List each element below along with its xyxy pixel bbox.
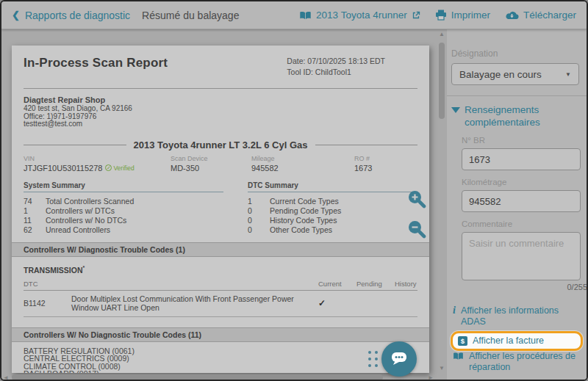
book-icon	[299, 10, 312, 21]
br-number-label: N° BR	[462, 136, 579, 145]
report-details-panel: Désignation Balayage en cours ▼ Renseign…	[447, 29, 587, 380]
comment-textarea[interactable]	[462, 232, 581, 280]
report-meta: Date: 07/10/2025 18:13 EDT Tool ID: Chil…	[287, 56, 385, 78]
system-summary: System Summary 74Total Controllers Scann…	[24, 181, 223, 235]
invoice-link-label: Afficher la facture	[473, 335, 544, 346]
report-tool-id: Tool ID: ChildTool1	[287, 67, 385, 78]
vertical-scrollbar[interactable]: ▲ ▼	[437, 31, 447, 371]
summary-row: 62Unread Controllers	[24, 225, 223, 235]
dtc-table-row: B1142 Door Multiplex Lost Communication …	[24, 291, 417, 317]
show-adas-info-link[interactable]: i Afficher les informations ADAS	[451, 303, 582, 330]
vehicle-title: 2013 Toyota 4runner LT 3.2L 6 Cyl Gas	[134, 139, 308, 150]
dtc-table: DTC Current Pending History B1142 Door M…	[24, 280, 417, 317]
dtc-code: B1142	[24, 299, 71, 308]
horizontal-scrollbar[interactable]: ◄ ►	[1, 372, 437, 381]
no-dtc-controller-list: BATTERY REGULATION (0061) CENTRAL ELECTR…	[24, 347, 417, 373]
shop-info: Diagtest Repair Shop 420 test st, San Di…	[24, 95, 417, 128]
designation-select[interactable]: Balayage en cours ▼	[451, 63, 579, 85]
summary-row: 0History Code Types	[248, 216, 417, 225]
zoom-out-button[interactable]	[407, 219, 426, 239]
divider	[447, 95, 587, 96]
additional-info-fields: N° BR Kilométrage Commentaire 0/255	[462, 136, 579, 291]
vehicle-info-row: VIN JTJGF10U530115278 ✓Verified Scan Dev…	[24, 155, 417, 173]
dtc-summary-title: DTC Summary	[248, 181, 417, 192]
mileage-input[interactable]	[462, 190, 581, 212]
repair-procedures-link-label: Afficher les procédures de réparation	[469, 351, 581, 373]
mileage-value: 945582	[251, 164, 354, 173]
mileage-field-label: Kilométrage	[462, 178, 579, 186]
designation-label: Désignation	[451, 48, 579, 59]
summary-row: 0Other Code Types	[248, 225, 417, 235]
dtc-summary: DTC Summary 1Current Code Types 0Pending…	[248, 181, 417, 235]
scroll-down-arrow[interactable]: ▼	[437, 365, 447, 371]
divider	[24, 88, 417, 89]
scan-device-value: MD-350	[171, 164, 251, 173]
summary-row: 1Current Code Types	[248, 197, 417, 206]
diagnostic-report-window: ❮ Rapports de diagnostic Résumé du balay…	[0, 0, 588, 381]
show-invoice-link[interactable]: $ Afficher la facture	[451, 331, 583, 351]
toolbar-actions: 2013 Toyota 4runner Imprimer	[299, 10, 576, 21]
chevron-left-icon: ❮	[12, 10, 20, 20]
dtc-description: Door Multiplex Lost Communication With F…	[71, 294, 312, 312]
summary-row: 74Total Controllers Scanned	[24, 197, 223, 206]
summaries: System Summary 74Total Controllers Scann…	[24, 181, 417, 235]
vertical-scroll-thumb[interactable]	[439, 43, 445, 119]
book-icon	[453, 352, 464, 361]
report-action-links: i Afficher les informations ADAS $ Affic…	[451, 303, 582, 375]
chat-bubble-icon	[390, 351, 408, 367]
back-link-label: Rapports de diagnostic	[25, 10, 130, 21]
report-date: Date: 07/10/2025 18:13 EDT	[287, 56, 385, 67]
vehicle-title-row: 2013 Toyota 4runner LT 3.2L 6 Cyl Gas	[24, 139, 417, 150]
scan-report-document: In-Process Scan Report Date: 07/10/2025 …	[12, 46, 429, 373]
scroll-right-arrow[interactable]: ►	[426, 374, 435, 381]
dtc-table-header: DTC Current Pending History	[24, 280, 417, 291]
verified-badge: ✓Verified	[105, 164, 134, 172]
adas-link-label: Afficher les informations ADAS	[461, 305, 581, 327]
scroll-left-arrow[interactable]: ◄	[1, 374, 10, 381]
comment-label: Commentaire	[462, 219, 579, 228]
download-button-label: Télécharger	[523, 10, 576, 21]
chat-button[interactable]	[381, 341, 417, 377]
system-summary-title: System Summary	[24, 181, 223, 192]
page-title: Résumé du balayage	[142, 10, 239, 21]
shop-address: 420 test st, San Diago, CA 92166	[24, 105, 417, 113]
print-button-label: Imprimer	[451, 10, 490, 21]
info-icon: i	[453, 305, 456, 316]
mileage-label: Mileage	[251, 155, 354, 162]
no-dtc-section-header: Controllers W/ No Diagnostic Trouble Cod…	[12, 327, 429, 342]
zoom-controls	[407, 189, 426, 239]
external-link-icon	[412, 11, 420, 20]
designation-value: Balayage en cours	[459, 69, 542, 80]
cloud-download-icon	[505, 10, 519, 21]
show-repair-procedures-link[interactable]: Afficher les procédures de réparation	[451, 349, 582, 375]
dtc-section-header: Controllers W/ Diagnostic Trouble Codes …	[12, 242, 429, 257]
br-number-input[interactable]	[462, 148, 581, 170]
ro-value: 1673	[354, 164, 417, 173]
additional-info-label: Renseignements complémentaires	[465, 104, 575, 128]
download-button[interactable]: Télécharger	[505, 10, 576, 21]
scroll-up-arrow[interactable]: ▲	[437, 31, 447, 37]
chevron-down-icon: ▼	[565, 71, 571, 78]
report-viewer-pane: In-Process Scan Report Date: 07/10/2025 …	[1, 29, 448, 381]
col-header-current: Current	[312, 280, 356, 288]
shop-phone: Office: 1)971-9197976	[24, 113, 417, 121]
printer-icon	[435, 10, 447, 21]
summary-row: 1Controllers w/ DTCs	[24, 206, 223, 216]
horizontal-scroll-thumb[interactable]	[12, 374, 383, 380]
additional-info-toggle[interactable]: Renseignements complémentaires	[451, 104, 579, 128]
zoom-in-button[interactable]	[407, 189, 426, 208]
dollar-icon: $	[458, 336, 467, 346]
col-header-pending: Pending	[356, 280, 395, 288]
controller-name: TRANSMISSION*	[24, 265, 417, 275]
print-button[interactable]: Imprimer	[435, 10, 490, 21]
col-header-history: History	[395, 280, 417, 288]
character-counter: 0/255	[462, 283, 587, 291]
drag-handle[interactable]	[368, 351, 378, 367]
vehicle-link[interactable]: 2013 Toyota 4runner	[299, 10, 420, 21]
back-to-reports-link[interactable]: ❮ Rapports de diagnostic	[12, 10, 130, 21]
summary-row: 11Controllers w/ No DTCs	[24, 216, 223, 225]
vin-label: VIN	[24, 155, 171, 162]
check-circle-icon: ✓	[105, 164, 112, 171]
collapse-triangle-icon	[451, 107, 460, 113]
report-title: In-Process Scan Report	[24, 56, 168, 70]
